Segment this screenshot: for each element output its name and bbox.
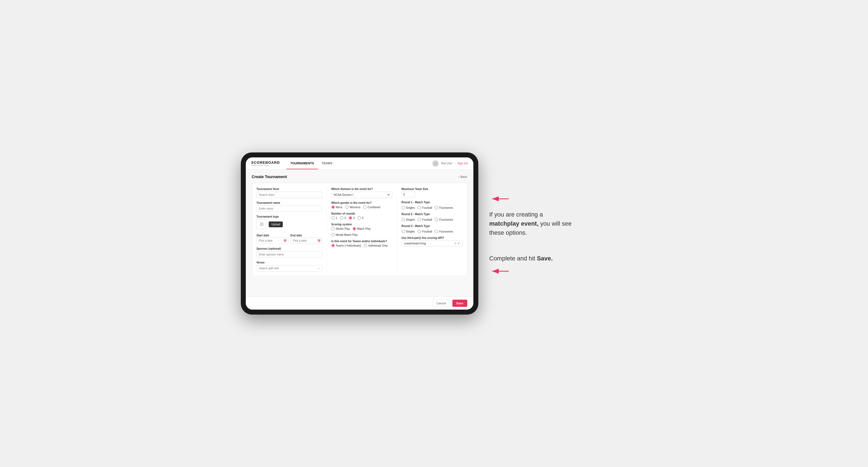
tournament-logo-label: Tournament logo [256, 215, 322, 218]
dates-group: Start date 📅 End date [256, 232, 322, 244]
tournament-logo-group: Tournament logo 🖼 Upload [256, 215, 322, 229]
scoring-medal[interactable]: Medal Match Play [332, 233, 358, 237]
page-title: Create Tournament [252, 175, 287, 179]
round3-radio-group: Singles Fourball Foursomes [402, 230, 463, 233]
round-3[interactable]: 3 [349, 216, 355, 220]
gender-combined[interactable]: Combined [363, 206, 380, 209]
round1-match-type-label: Round 1 - Match Type [402, 201, 463, 204]
max-team-size-group: Maximum Team Size [402, 188, 463, 197]
annotation-bottom-text: Complete and hit Save. [489, 254, 572, 263]
api-close-icon[interactable]: ✕ ▼ [454, 242, 460, 245]
round-1[interactable]: 1 [332, 216, 338, 220]
cancel-button[interactable]: Cancel [432, 300, 450, 307]
form-col-3: Maximum Team Size Round 1 - Match Type S… [397, 188, 463, 272]
gender-womens[interactable]: Womens [345, 206, 361, 209]
avatar [432, 160, 439, 166]
logo-subtitle: Powered by clippit [251, 164, 280, 166]
individuals-option[interactable]: Individuals Only [364, 244, 388, 247]
logo-area: SCOREBOARD Powered by clippit [251, 161, 280, 166]
gender-mens[interactable]: Mens [332, 206, 342, 209]
outer-wrapper: SCOREBOARD Powered by clippit TOURNAMENT… [241, 152, 627, 315]
division-select[interactable]: NCAA Division I [332, 192, 393, 198]
round-2[interactable]: 2 [340, 216, 346, 220]
round3-foursomes[interactable]: Foursomes [435, 230, 453, 233]
round3-singles[interactable]: Singles [402, 230, 415, 233]
calendar-icon-2: 📅 [317, 239, 321, 242]
round1-singles[interactable]: Singles [402, 206, 415, 209]
teams-group: Is this event for Teams and/or Individua… [332, 240, 393, 247]
end-date-group: End date 📅 [290, 232, 322, 244]
start-date-label: Start date [256, 234, 269, 237]
save-button[interactable]: Save [453, 300, 467, 307]
round3-match-type-label: Round 3 - Match Type [402, 224, 463, 227]
venue-input[interactable] [256, 265, 322, 272]
sponsor-label: Sponsor (optional) [256, 247, 322, 250]
tablet-screen: SCOREBOARD Powered by clippit TOURNAMENT… [246, 157, 473, 310]
round2-singles[interactable]: Singles [402, 218, 415, 221]
top-nav: SCOREBOARD Powered by clippit TOURNAMENT… [246, 157, 473, 169]
round1-foursomes[interactable]: Foursomes [435, 206, 453, 209]
teams-radio-group: Teams (+Individuals) Individuals Only [332, 244, 393, 247]
division-group: Which division is the event for? NCAA Di… [332, 188, 393, 198]
round2-fourball[interactable]: Fourball [417, 218, 432, 221]
division-label: Which division is the event for? [332, 188, 393, 191]
max-team-size-input[interactable] [402, 192, 415, 197]
create-tournament-form: Tournament Host Tournament name Tourname… [252, 183, 467, 276]
tournament-host-label: Tournament Host [256, 188, 322, 191]
tab-tournaments[interactable]: TOURNAMENTS [286, 157, 318, 169]
tournament-host-group: Tournament Host [256, 188, 322, 198]
venue-group: Venue ▼ [256, 261, 322, 272]
sign-out-link[interactable]: Sign out [458, 162, 468, 165]
tournament-name-input[interactable] [256, 206, 322, 212]
logo-placeholder: 🖼 [256, 219, 267, 229]
gender-group: Which gender is the event for? Mens Wome… [332, 201, 393, 209]
teams-option[interactable]: Teams (+Individuals) [332, 244, 361, 247]
scoring-radio-group: Stroke Play Match Play Medal Match Play [332, 227, 393, 237]
scoring-label: Scoring system [332, 223, 393, 226]
round3-match-type-group: Round 3 - Match Type Singles Fourball [402, 224, 463, 233]
round1-match-type-group: Round 1 - Match Type Singles Fourball [402, 201, 463, 209]
round2-match-type-label: Round 2 - Match Type [402, 213, 463, 216]
sponsor-input[interactable] [256, 251, 322, 258]
scoring-stroke[interactable]: Stroke Play [332, 227, 350, 230]
scoring-match[interactable]: Match Play [353, 227, 371, 230]
teams-label: Is this event for Teams and/or Individua… [332, 240, 393, 243]
rounds-radio-group: 1 2 3 [332, 216, 393, 220]
round2-foursomes[interactable]: Foursomes [435, 218, 453, 221]
round2-radio-group: Singles Fourball Foursomes [402, 218, 463, 221]
tournament-name-group: Tournament name [256, 201, 322, 212]
nav-tabs: TOURNAMENTS TEAMS [286, 157, 336, 169]
rounds-label: Number of rounds [332, 212, 393, 215]
scoring-group: Scoring system Stroke Play Match Play [332, 223, 393, 237]
venue-wrapper: ▼ [256, 265, 322, 272]
venue-dropdown-icon: ▼ [318, 267, 320, 270]
annotation-arrow-bottom [489, 266, 512, 277]
end-date-label: End date [290, 234, 302, 237]
logo-upload-area: 🖼 Upload [256, 219, 322, 229]
image-icon: 🖼 [259, 222, 264, 226]
round2-match-type-group: Round 2 - Match Type Singles Fourball [402, 213, 463, 221]
round3-fourball[interactable]: Fourball [417, 230, 432, 233]
form-col-2: Which division is the event for? NCAA Di… [327, 188, 393, 272]
rounds-group: Number of rounds 1 2 [332, 212, 393, 220]
tournament-host-input[interactable] [256, 192, 322, 198]
start-date-wrapper: 📅 [256, 238, 288, 244]
api-label: Use third-party live scoring API? [402, 237, 463, 240]
api-select-wrapper[interactable]: Leaderboard King ✕ ▼ [402, 241, 463, 246]
end-date-wrapper: 📅 [290, 238, 322, 244]
round1-fourball[interactable]: Fourball [417, 206, 432, 209]
upload-button[interactable]: Upload [269, 221, 283, 227]
api-tag: Leaderboard King [404, 242, 426, 245]
round-4[interactable]: 4 [358, 216, 364, 220]
sponsor-group: Sponsor (optional) [256, 247, 322, 258]
tablet-frame: SCOREBOARD Powered by clippit TOURNAMENT… [241, 152, 478, 315]
api-group: Use third-party live scoring API? Leader… [402, 237, 463, 246]
round1-radio-group: Singles Fourball Foursomes [402, 206, 463, 209]
annotation-top-text: If you are creating a matchplay event, y… [489, 210, 572, 237]
date-row: Start date 📅 End date [256, 232, 322, 244]
back-button[interactable]: ‹ Back [458, 175, 467, 178]
gender-label: Which gender is the event for? [332, 201, 393, 205]
logo-title: SCOREBOARD [251, 161, 280, 164]
form-col-1: Tournament Host Tournament name Tourname… [256, 188, 322, 272]
tab-teams[interactable]: TEAMS [318, 157, 336, 169]
